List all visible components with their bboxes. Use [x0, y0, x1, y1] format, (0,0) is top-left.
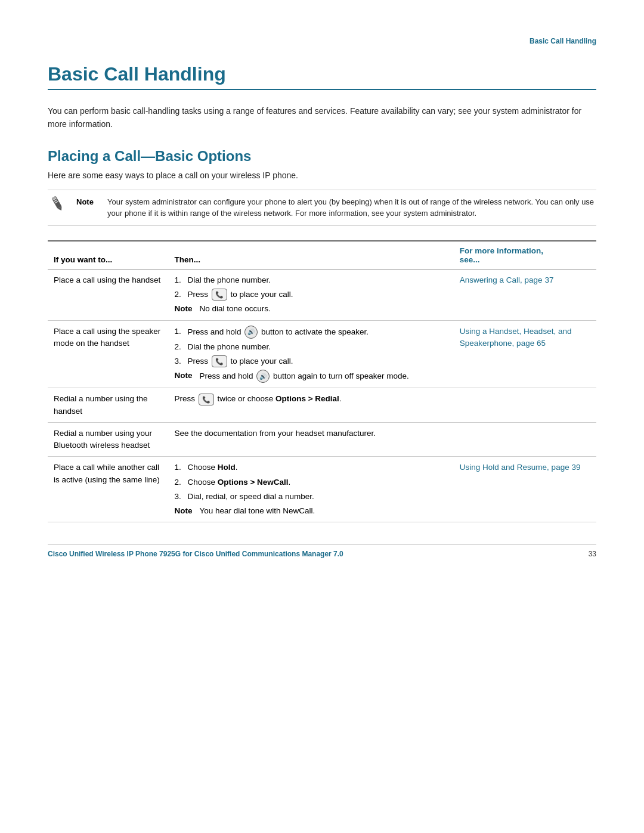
row5-col1: Place a call while another call is activ… [48, 457, 168, 522]
row4-col3 [454, 422, 596, 457]
step-item: 3. Press 📞 to place your call. [174, 355, 447, 367]
page-number: 33 [589, 550, 596, 558]
note-label: Note [76, 196, 100, 206]
page-footer: Cisco Unified Wireless IP Phone 7925G fo… [48, 544, 596, 558]
speaker-button-icon2: 🔊 [256, 370, 270, 383]
row4-col2: See the documentation from your headset … [168, 422, 453, 457]
chapter-label: Basic Call Handling [530, 37, 596, 45]
phone-button-icon: 📞 [212, 355, 227, 367]
step-item: 3. Dial, redial, or speed dial a number. [174, 491, 447, 503]
row1-col3: Answering a Call, page 37 [454, 269, 596, 320]
row3-col2: Press 📞 twice or choose Options > Redial… [168, 388, 453, 423]
section-title: Placing a Call—Basic Options [48, 148, 596, 165]
row2-col3: Using a Handset, Headset, and Speakerpho… [454, 320, 596, 388]
row3-col3 [454, 388, 596, 423]
note-text: Your system administrator can configure … [107, 196, 596, 219]
col2-header: Then... [168, 241, 453, 270]
row2-col2: 1. Press and hold 🔊 button to activate t… [168, 320, 453, 388]
phone-button-icon: 📞 [212, 289, 227, 301]
speaker-button-icon: 🔊 [244, 326, 258, 339]
pencil-icon [48, 194, 69, 215]
table-row: Redial a number using the handset Press … [48, 388, 596, 423]
row1-col2: 1. Dial the phone number. 2. Press 📞 to … [168, 269, 453, 320]
phone-button-icon: 📞 [199, 394, 214, 405]
table-row: Redial a number using your Bluetooth wir… [48, 422, 596, 457]
step-item: 2. Choose Options > NewCall. [174, 476, 447, 488]
col3-header: For more information, see... [454, 241, 596, 270]
table-row: Place a call using the handset 1. Dial t… [48, 269, 596, 320]
step-item: 1. Dial the phone number. [174, 274, 447, 286]
title-divider [48, 89, 596, 90]
inline-note: Note No dial tone occurs. [174, 303, 447, 315]
page-title: Basic Call Handling [48, 63, 596, 85]
step-item: 1. Choose Hold. [174, 462, 447, 473]
table-row: Place a call using the speaker mode on t… [48, 320, 596, 388]
row2-col1: Place a call using the speaker mode on t… [48, 320, 168, 388]
table-header-row: If you want to... Then... For more infor… [48, 241, 596, 270]
step-item: 2. Dial the phone number. [174, 341, 447, 353]
section-intro: Here are some easy ways to place a call … [48, 171, 596, 180]
step-item: 2. Press 📞 to place your call. [174, 289, 447, 301]
page: Basic Call Handling Basic Call Handling … [0, 0, 644, 576]
row3-col1: Redial a number using the handset [48, 388, 168, 423]
note-box: Note Your system administrator can confi… [48, 190, 596, 226]
row1-col1: Place a call using the handset [48, 269, 168, 320]
table-row: Place a call while another call is activ… [48, 457, 596, 522]
inline-note: Note You hear dial tone with NewCall. [174, 505, 447, 517]
chapter-header: Basic Call Handling [48, 36, 596, 45]
footer-title: Cisco Unified Wireless IP Phone 7925G fo… [48, 550, 343, 558]
inline-note: Note Press and hold 🔊 button again to tu… [174, 370, 447, 383]
call-options-table: If you want to... Then... For more infor… [48, 240, 596, 523]
row4-col1: Redial a number using your Bluetooth wir… [48, 422, 168, 457]
col1-header: If you want to... [48, 241, 168, 270]
row5-col2: 1. Choose Hold. 2. Choose Options > NewC… [168, 457, 453, 522]
row5-col3: Using Hold and Resume, page 39 [454, 457, 596, 522]
intro-paragraph: You can perform basic call-handling task… [48, 104, 596, 131]
step-item: 1. Press and hold 🔊 button to activate t… [174, 326, 447, 339]
